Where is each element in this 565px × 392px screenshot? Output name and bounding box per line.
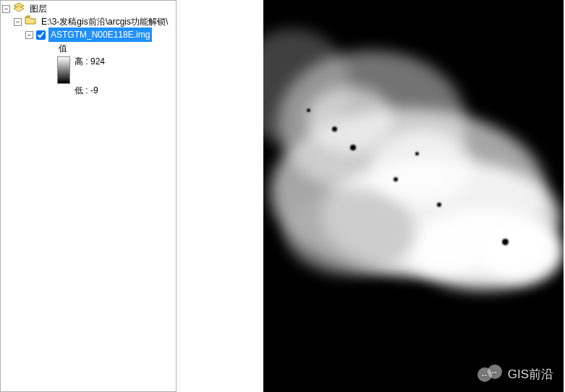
toc-layer-label[interactable]: ASTGTM_N00E118E.img [48, 27, 152, 42]
layers-icon [13, 2, 25, 16]
symbology-high-label: 高 : 924 [75, 56, 105, 68]
wechat-icon: •• •• [477, 365, 502, 383]
raster-layer-display [263, 0, 564, 392]
map-view[interactable]: •• •• GIS前沿 [177, 0, 565, 392]
symbology-low-label: 低 : -9 [75, 85, 105, 97]
collapse-toggle-icon[interactable]: − [25, 31, 33, 39]
toc-root-label[interactable]: 图层 [27, 1, 49, 16]
color-ramp-icon [57, 56, 70, 84]
collapse-toggle-icon[interactable]: − [14, 18, 22, 26]
folder-icon [25, 15, 36, 28]
app-container: − 图层 − E:\3-发稿gis前沿\arcgis功能解锁\ [0, 0, 565, 392]
watermark: •• •• GIS前沿 [477, 365, 553, 383]
symbology-block: 值 高 : 924 低 : -9 [56, 43, 174, 97]
toc-root-row[interactable]: − 图层 [2, 2, 174, 15]
symbology-value-title: 值 [59, 43, 174, 55]
watermark-text: GIS前沿 [508, 366, 553, 383]
toc-folder-row[interactable]: − E:\3-发稿gis前沿\arcgis功能解锁\ [2, 15, 174, 28]
layer-visibility-checkbox[interactable] [36, 30, 46, 40]
toc-folder-label[interactable]: E:\3-发稿gis前沿\arcgis功能解锁\ [39, 14, 170, 29]
toc-panel[interactable]: − 图层 − E:\3-发稿gis前沿\arcgis功能解锁\ [0, 0, 177, 392]
collapse-toggle-icon[interactable]: − [2, 5, 10, 13]
toc-layer-row[interactable]: − ASTGTM_N00E118E.img [2, 28, 174, 41]
